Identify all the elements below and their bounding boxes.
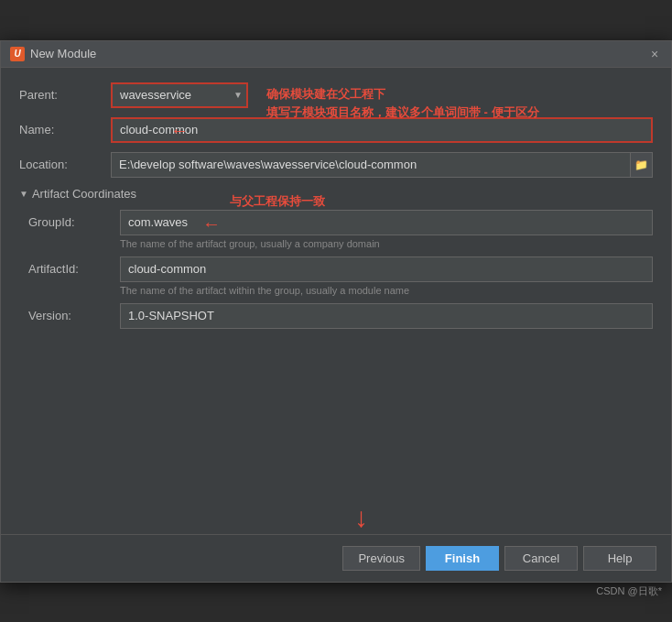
folder-browse-button[interactable]: 📁	[631, 152, 653, 178]
groupid-annotation: 与父工程保持一致	[230, 193, 325, 210]
location-label: Location:	[19, 158, 111, 171]
version-input[interactable]	[120, 303, 653, 329]
artifact-section: ▼ Artifact Coordinates GroupId: The name…	[19, 187, 653, 329]
name-arrow-icon: ←	[170, 120, 189, 141]
cancel-button[interactable]: Cancel	[504, 546, 578, 571]
parent-annotation: 确保模块建在父工程下	[266, 86, 385, 103]
groupid-row: GroupId: The name of the artifact group,…	[28, 210, 653, 249]
location-row: Location: 📁	[19, 152, 653, 178]
parent-select[interactable]: wavesservice	[111, 82, 248, 108]
parent-label: Parent:	[19, 88, 111, 102]
version-label: Version:	[28, 303, 120, 322]
version-field-wrap	[120, 303, 653, 329]
help-button[interactable]: Help	[583, 546, 656, 571]
dialog-body: Parent: wavesservice ▼ 确保模块建在父工程下 Name: …	[1, 68, 671, 534]
artifactid-hint: The name of the artifact within the grou…	[120, 285, 653, 296]
version-row: Version:	[28, 303, 653, 329]
artifactid-label: ArtifactId:	[28, 256, 120, 276]
collapse-icon: ▼	[19, 189, 28, 199]
name-annotation: 填写子模块项目名称，建议多个单词间带 - 便于区分	[266, 104, 539, 121]
new-module-dialog: U New Module × Parent: wavesservice ▼ 确保…	[0, 40, 672, 583]
location-wrapper: 📁	[111, 152, 653, 178]
location-input[interactable]	[111, 152, 631, 178]
content-spacer	[19, 336, 653, 519]
app-icon: U	[10, 47, 25, 61]
artifactid-field-wrap: The name of the artifact within the grou…	[120, 256, 653, 296]
bottom-bar: ↓ Previous Finish Cancel Help CSDN @日歌*	[1, 534, 671, 582]
watermark: CSDN @日歌*	[596, 584, 662, 598]
name-row: Name: 填写子模块项目名称，建议多个单词间带 - 便于区分 ←	[19, 117, 653, 143]
close-button[interactable]: ×	[647, 47, 662, 61]
groupid-hint: The name of the artifact group, usually …	[120, 238, 653, 249]
groupid-field-wrap: The name of the artifact group, usually …	[120, 210, 653, 249]
previous-button[interactable]: Previous	[342, 546, 420, 571]
artifact-header[interactable]: ▼ Artifact Coordinates	[19, 187, 653, 201]
name-label: Name:	[19, 123, 111, 136]
parent-select-wrapper: wavesservice ▼	[111, 82, 248, 108]
name-input[interactable]	[111, 117, 653, 143]
groupid-arrow-icon: ←	[202, 213, 221, 235]
artifact-section-label: Artifact Coordinates	[32, 187, 136, 201]
title-bar: U New Module ×	[1, 41, 671, 68]
finish-button[interactable]: Finish	[426, 546, 499, 571]
folder-icon: 📁	[634, 158, 648, 171]
artifact-fields: GroupId: The name of the artifact group,…	[19, 210, 653, 329]
title-bar-left: U New Module	[10, 47, 96, 61]
artifactid-input[interactable]	[120, 256, 653, 282]
dialog-title: New Module	[30, 47, 96, 60]
groupid-label: GroupId:	[28, 210, 120, 229]
artifactid-row: ArtifactId: The name of the artifact wit…	[28, 256, 653, 296]
groupid-input[interactable]	[120, 210, 653, 235]
